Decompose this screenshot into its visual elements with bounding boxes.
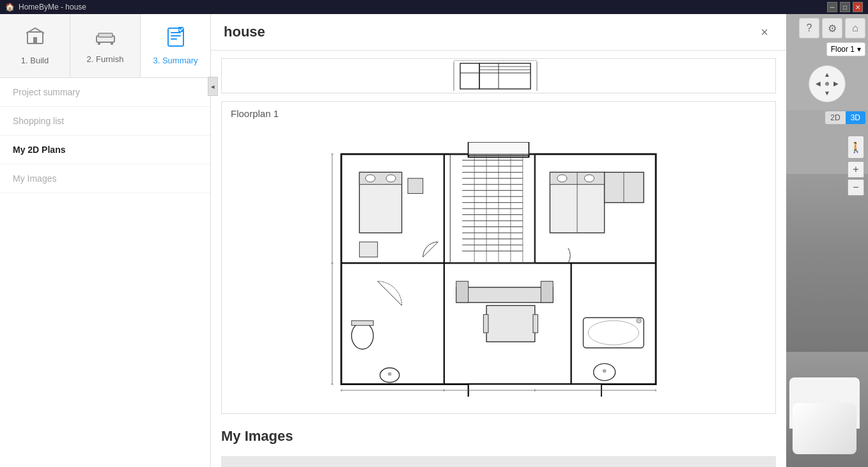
svg-point-63 (557, 175, 567, 182)
floor-selector-label: Floor 1 (831, 45, 855, 54)
minimize-button[interactable]: ─ (827, 2, 837, 12)
svg-point-80 (637, 319, 642, 324)
nav-cross[interactable]: ▲ ◀ ▶ ▼ (809, 65, 846, 102)
tab-summary-label: 3. Summary (153, 56, 198, 65)
svg-rect-36 (408, 178, 423, 194)
nav-project-summary-label: Project summary (13, 87, 80, 97)
svg-point-70 (388, 372, 392, 376)
tab-summary[interactable]: 3. Summary (141, 14, 210, 77)
tab-build-label: 1. Build (21, 56, 49, 65)
svg-point-35 (386, 175, 396, 182)
scene-floor (786, 352, 868, 467)
nav-my-images-label: My Images (13, 173, 56, 184)
tab-bar: 1. Build 2. Furnish (0, 14, 210, 78)
zoom-controls: + − (848, 161, 864, 196)
svg-rect-3 (98, 33, 112, 37)
right-panel: ? ⚙ ⌂ Floor 1 ▾ ▲ ◀ ▶ ▼ (786, 14, 868, 467)
svg-rect-74 (533, 315, 538, 333)
modal-title: house (224, 24, 265, 40)
tab-build[interactable]: 1. Build (0, 14, 70, 77)
main-area: house × (211, 14, 786, 467)
nav-down[interactable]: ▼ (823, 89, 831, 97)
sidebar: 1. Build 2. Furnish (0, 14, 211, 467)
svg-rect-77 (541, 281, 553, 303)
floorplan-canvas (222, 125, 775, 413)
svg-rect-11 (460, 63, 479, 89)
my-images-section: My Images (221, 422, 776, 467)
modal-close-button[interactable]: × (756, 23, 773, 41)
svg-rect-68 (352, 321, 373, 326)
tab-furnish-label: 2. Furnish (87, 54, 124, 64)
titlebar-left: 🏠 HomeByMe - house (5, 3, 86, 12)
person-icon[interactable]: 🚶 (848, 136, 864, 159)
svg-rect-7 (171, 32, 181, 33)
svg-rect-73 (483, 315, 488, 333)
svg-rect-4 (98, 42, 100, 45)
svg-point-34 (366, 175, 375, 182)
svg-point-82 (603, 369, 607, 373)
help-button[interactable]: ? (799, 18, 819, 38)
nav-my-2d-plans-label: My 2D Plans (13, 145, 65, 155)
floorplan-header: Floorplan 1 (222, 102, 775, 125)
svg-rect-8 (171, 35, 181, 36)
nav-up[interactable]: ▲ (823, 70, 831, 79)
images-placeholder (221, 456, 776, 467)
floor-selector[interactable]: Floor 1 ▾ (826, 42, 865, 56)
summary-icon (167, 27, 185, 52)
maximize-button[interactable]: □ (840, 2, 850, 12)
top-right-controls: ? ⚙ ⌂ (799, 18, 865, 38)
titlebar: 🏠 HomeByMe - house ─ □ ✕ (0, 0, 868, 14)
tab-furnish[interactable]: 2. Furnish (70, 14, 141, 77)
close-window-button[interactable]: ✕ (853, 2, 863, 12)
svg-rect-12 (479, 63, 531, 89)
titlebar-title: HomeByMe - house (19, 3, 86, 12)
nav-cross-grid: ▲ ◀ ▶ ▼ (814, 70, 841, 97)
svg-rect-1 (33, 37, 37, 44)
modal-panel: house × (211, 14, 786, 467)
nav-left[interactable]: ◀ (814, 79, 822, 88)
nav-list: Project summary Shopping list My 2D Plan… (0, 78, 210, 193)
svg-rect-37 (359, 242, 377, 257)
svg-point-67 (352, 322, 373, 349)
svg-rect-5 (111, 42, 113, 45)
home-button[interactable]: ⌂ (845, 18, 865, 38)
2d-view-button[interactable]: 2D (825, 111, 845, 124)
nav-right[interactable]: ▶ (832, 79, 841, 88)
svg-rect-29 (469, 142, 529, 155)
svg-rect-9 (171, 38, 177, 40)
settings-button[interactable]: ⚙ (822, 18, 842, 38)
nav-shopping-list-label: Shopping list (13, 116, 64, 126)
sidebar-collapse-arrow[interactable]: ◂ (208, 77, 218, 96)
nav-center[interactable] (823, 79, 831, 88)
3d-view-button[interactable]: 3D (846, 111, 865, 124)
nav-shopping-list[interactable]: Shopping list (0, 107, 210, 136)
modal-header: house × (211, 14, 786, 51)
svg-rect-75 (456, 287, 553, 303)
nav-my-2d-plans[interactable]: My 2D Plans (0, 136, 210, 164)
top-partial-section (221, 58, 776, 93)
titlebar-controls[interactable]: ─ □ ✕ (827, 2, 863, 12)
floorplan-section: Floorplan 1 (221, 101, 776, 414)
sink-3d (789, 377, 860, 429)
build-icon (25, 27, 45, 52)
nav-project-summary[interactable]: Project summary (0, 78, 210, 107)
furnish-icon (95, 28, 116, 51)
view-toggle: 2D 3D (825, 111, 865, 124)
floorplan-svg (329, 142, 668, 397)
floor-dropdown-icon: ▾ (857, 45, 861, 54)
top-partial-svg (403, 60, 594, 92)
floorplan-title: Floorplan 1 (231, 108, 279, 119)
svg-rect-76 (456, 281, 469, 303)
modal-content[interactable]: Floorplan 1 (211, 51, 786, 467)
zoom-in-button[interactable]: + (848, 161, 864, 178)
app-body: 1. Build 2. Furnish (0, 14, 868, 467)
nav-my-images[interactable]: My Images (0, 164, 210, 193)
my-images-title: My Images (221, 422, 776, 451)
svg-point-64 (584, 175, 594, 182)
svg-rect-72 (486, 306, 535, 342)
svg-rect-78 (584, 318, 644, 348)
app-icon: 🏠 (5, 3, 15, 12)
zoom-out-button[interactable]: − (848, 179, 864, 196)
